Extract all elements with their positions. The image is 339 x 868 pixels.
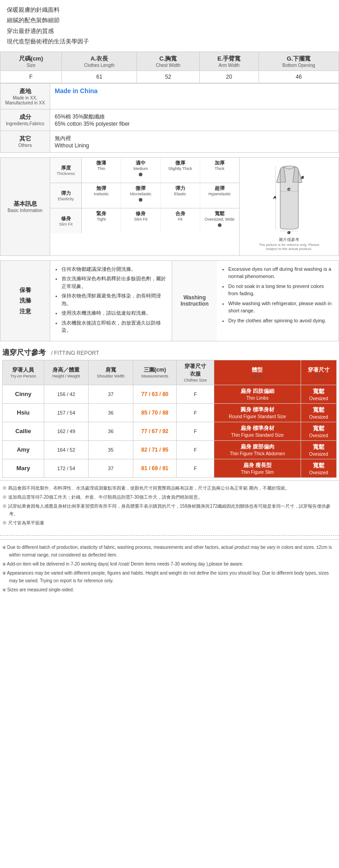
col-clothes-size: 穿著尺寸 衣服 Clothes Size: [177, 360, 214, 385]
fitting-figure: 扁身 標準身材 Thin Figure Standard Size: [214, 422, 301, 440]
washing-item-zh-2: 首次洗滌時深色布料易釋於出多餘固色劑，屬於正常現象。: [61, 275, 167, 290]
elasticity-options: 無彈 Inelastic 微彈 Microelastic 彈力 Elastic …: [82, 183, 239, 208]
slimfit-options: 緊身 Tight 修身 Slim Fit 合身 Fit 寬鬆 Oversized…: [82, 208, 239, 233]
washing-item-zh-1: 任何衣物都建議深淺色分開洗滌。: [61, 265, 167, 273]
washing-item-en-1: Excessive dyes run off during first wash…: [228, 265, 334, 280]
basic-info-section: 基本訊息 Basic Information 厚度 Thickness 微薄 T…: [0, 157, 339, 256]
thickness-slightly-thick: 微厚 Slightly Thick: [161, 158, 200, 183]
elasticity-hyperelastic: 超彈 Hyperelastic: [200, 183, 239, 208]
others-label: 其它 Others: [0, 131, 50, 152]
bottom-opening-f: 46: [259, 71, 339, 83]
ingredients-value: 65%棉 35%聚酯纖維 65% cotton 35% polyester fi…: [50, 109, 339, 131]
fitting-hw: 162 / 49: [44, 422, 88, 440]
col-chest-width: C.胸寬 Chest Width: [137, 52, 199, 71]
intro-line-4: 現代造型藝術裡的生活美學因子: [7, 36, 332, 47]
size-f: F: [0, 71, 62, 83]
fitting-report-section: 適穿尺寸參考 / FITTING REPORT 穿著人員 Try-on Pers…: [0, 341, 339, 480]
others-row: 其它 Others 無內裡 Without Lining: [0, 131, 339, 152]
arm-width-f: 20: [199, 71, 259, 83]
col-shoulder: 肩寬 Shoulder Width: [89, 360, 133, 385]
ingredients-row: 成分 Ingredients,Fabrics 65%棉 35%聚酯纖維 65% …: [0, 109, 339, 131]
note-en-2: ※ Add-on item will be delivered in 7-20 …: [2, 560, 337, 568]
fitting-size-result: 寬鬆Ovesized: [301, 440, 336, 459]
garment-svg: A C E G: [255, 162, 323, 235]
washing-item-zh-4: 使用洗衣機洗滌時，請以低速短程洗滌。: [61, 309, 167, 317]
notes-zh-section: ※ 商品會因不同批製作、布料彈性、水洗處理或測量點等因素，使顏色尺寸與實際商品略…: [0, 480, 339, 532]
origin-label: 產地 Made in XX, Manufactured in XX: [0, 83, 50, 109]
fitting-clothes-size: F: [177, 422, 214, 440]
slimfit-row: 修身 Slim Fit 緊身 Tight 修身 Slim Fit 合身 Fit …: [50, 208, 239, 233]
washing-item-en-2: Do not soak in a long time to prevent co…: [228, 283, 334, 297]
washing-list-en: Excessive dyes run off during first wash…: [221, 265, 334, 325]
slimfit-label: 修身 Slim Fit: [50, 208, 82, 233]
fitting-report-header: 適穿尺寸參考 / FITTING REPORT: [2, 344, 337, 360]
fitting-figure: 扁身 瘦長型 Thin Figure Slim: [214, 459, 301, 477]
fitting-measurements: 82 / 71 / 95: [133, 440, 177, 459]
fitting-size-result: 寬鬆Ovesized: [301, 422, 336, 440]
fitting-figure: 扁身 腹部偏肉 Thin Figure Thick Abdomen: [214, 440, 301, 459]
note-en-3: ※ Appearances may be varied with differe…: [2, 569, 337, 585]
col-size: 穿著尺寸 Size: [301, 360, 336, 385]
clothes-length-f: 61: [62, 71, 137, 83]
fitting-row: Mary 172 / 54 37 81 / 69 / 91 F 扁身 瘦長型 T…: [3, 459, 337, 477]
fitting-shoulder: 36: [89, 422, 133, 440]
fitting-shoulder: 37: [89, 459, 133, 477]
fitting-row: Callie 162 / 49 36 77 / 67 / 92 F 扁身 標準身…: [3, 422, 337, 440]
fitting-size-result: 寬鬆Ovesized: [301, 459, 336, 477]
fitting-name: Hsiu: [3, 403, 44, 422]
origin-info-table: 產地 Made in XX, Manufactured in XX Made i…: [0, 83, 339, 153]
fitting-name: Mary: [3, 459, 44, 477]
origin-row: 產地 Made in XX, Manufactured in XX Made i…: [0, 83, 339, 109]
svg-text:E: E: [301, 175, 304, 179]
note-zh-1: ※ 商品會因不同批製作、布料彈性、水洗處理或測量點等因素，使顏色尺寸與實際商品略…: [2, 484, 337, 492]
note-en-1: ※ Due to different batch of production, …: [2, 543, 337, 559]
fitting-name: Callie: [3, 422, 44, 440]
basic-info-diagram: A C E G 圖片僅參考 The picture is for refence…: [239, 158, 339, 255]
basic-info-label: 基本訊息 Basic Information: [0, 158, 50, 255]
note-en-4: ※ Sizes are measured single-sided.: [2, 586, 337, 594]
fitting-hw: 156 / 42: [44, 385, 88, 403]
washing-list-zh: 任何衣物都建議深淺色分開洗滌。 首次洗滌時深色布料易釋於出多餘固色劑，屬於正常現…: [55, 265, 167, 334]
note-zh-2: ※ 追加商品需等待7-20個工作天；針織、外套、牛仔類商品則需7-30個工作天，…: [2, 493, 337, 501]
fitting-clothes-size: F: [177, 385, 214, 403]
fitting-table: 穿著人員 Try-on Person 身高／體重 Height / Weight…: [2, 360, 337, 478]
thickness-label: 厚度 Thickness: [50, 158, 82, 183]
slimfit-wide: 寬鬆 Oversized, Wide: [200, 208, 239, 233]
note-zh-4: ※ 尺寸皆為單平面量: [2, 519, 337, 527]
slimfit-wide-dot: [218, 223, 221, 227]
elasticity-inelastic: 無彈 Inelastic: [82, 183, 121, 208]
fitting-hw: 172 / 54: [44, 459, 88, 477]
fitting-figure: 圓身 標準身材 Round Figure Standard Size: [214, 403, 301, 422]
washing-section: 保養洗滌注意 任何衣物都建議深淺色分開洗滌。 首次洗滌時深色布料易釋於出多餘固色…: [0, 260, 339, 341]
diagram-note: 圖片僅參考 The picture is for refence only. P…: [253, 237, 325, 251]
col-measurements: 三圍(cm) Measurements: [133, 360, 177, 385]
intro-line-2: 細膩的配色裝飾細節: [7, 15, 332, 25]
washing-label: 保養洗滌注意: [0, 261, 50, 341]
intro-line-1: 保暖親膚的針織面料: [7, 5, 332, 15]
elasticity-label: 彈力 Elasticity: [50, 183, 82, 208]
washing-item-zh-3: 保持衣物色澤鮮麗避免色澤移染，勿長時間浸泡。: [61, 292, 167, 307]
svg-text:C: C: [287, 187, 290, 191]
col-arm-width: E.手臂寬 Arm Width: [199, 52, 259, 71]
fitting-shoulder: 35: [89, 440, 133, 459]
washing-instructions-en: Excessive dyes run off during first wash…: [217, 261, 339, 341]
fitting-measurements: 77 / 63 / 80: [133, 385, 177, 403]
col-height-weight: 身高／體重 Height / Weight: [44, 360, 88, 385]
washing-instruction-label: Washing Instruction: [172, 261, 217, 341]
svg-text:A: A: [273, 195, 276, 199]
thickness-medium: 適中 Medium: [121, 158, 160, 183]
thickness-medium-dot: [139, 173, 142, 176]
fitting-name: Cinny: [3, 385, 44, 403]
chest-width-f: 52: [137, 71, 199, 83]
col-clothes-length: A.衣長 Clothes Length: [62, 52, 137, 71]
fitting-size-result: 寬鬆Ovesized: [301, 403, 336, 422]
fitting-measurements: 77 / 67 / 92: [133, 422, 177, 440]
elasticity-row: 彈力 Elasticity 無彈 Inelastic 微彈 Microelast…: [50, 183, 239, 208]
fitting-measurements: 85 / 70 / 88: [133, 403, 177, 422]
washing-item-en-4: Dry the clothes after spinning to avoid …: [228, 317, 334, 325]
size-table: 尺碼(cm) Size A.衣長 Clothes Length C.胸寬 Che…: [0, 52, 339, 83]
fitting-row: Cinny 156 / 42 37 77 / 63 / 80 F 扁身 四肢偏細…: [3, 385, 337, 403]
origin-value: Made in China: [50, 83, 339, 109]
fitting-row: Amy 164 / 52 35 82 / 71 / 95 F 扁身 腹部偏肉 T…: [3, 440, 337, 459]
fitting-figure: 扁身 四肢偏細 Thin Limbs: [214, 385, 301, 403]
